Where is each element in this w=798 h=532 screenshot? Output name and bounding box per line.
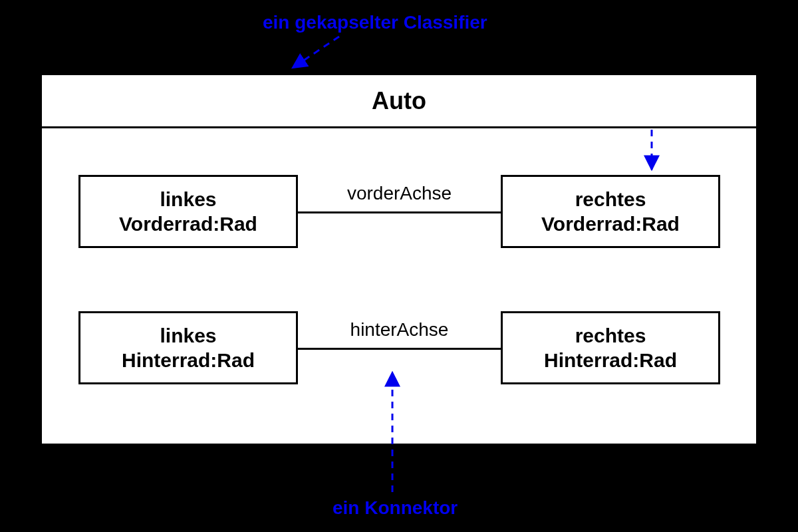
part-label-line1: linkes [160,325,216,346]
part-label-line1: linkes [160,188,216,210]
part-front-right: rechtes Vorderrad:Rad [501,175,720,248]
classifier-title: Auto [42,75,756,128]
part-label-line2: Hinterrad:Rad [544,349,677,371]
part-label-line2: Vorderrad:Rad [119,213,257,235]
connector-front-label: vorderAchse [298,183,501,204]
part-rear-right: rechtes Hinterrad:Rad [501,311,720,384]
annotation-connector: ein Konnektor [332,497,458,519]
part-rear-left: linkes Hinterrad:Rad [78,311,298,384]
part-label-line1: rechtes [575,325,646,346]
part-label-line1: rechtes [575,188,646,210]
connector-front-line [298,211,501,213]
annotation-classifier: ein gekapselter Classifier [263,12,487,33]
part-front-left: linkes Vorderrad:Rad [78,175,298,248]
arrow-classifier [293,37,339,68]
part-label-line2: Vorderrad:Rad [541,213,680,235]
classifier-box: Auto linkes Vorderrad:Rad rechtes Vorder… [40,73,758,446]
connector-rear-line [298,348,501,350]
connector-rear-label: hinterAchse [298,319,501,340]
part-label-line2: Hinterrad:Rad [122,349,255,371]
